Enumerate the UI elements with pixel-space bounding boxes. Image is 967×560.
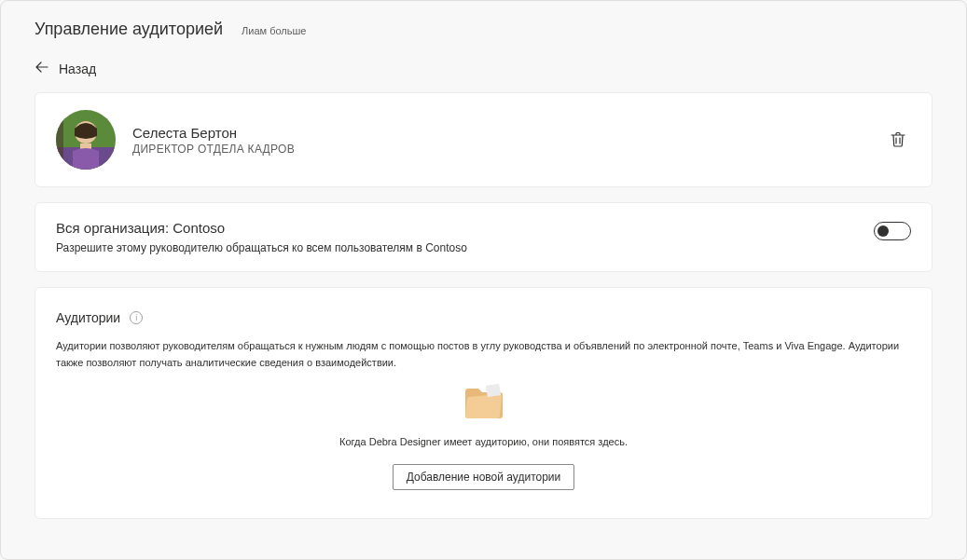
audiences-title: Аудитории bbox=[56, 310, 120, 325]
svg-rect-4 bbox=[56, 110, 63, 170]
profile-role: ДИРЕКТОР ОТДЕЛА КАДРОВ bbox=[132, 143, 295, 156]
profile-card: Селеста Бертон ДИРЕКТОР ОТДЕЛА КАДРОВ bbox=[35, 92, 932, 187]
arrow-left-icon bbox=[35, 60, 49, 77]
back-button[interactable]: Назад bbox=[35, 60, 932, 77]
audiences-description: Аудитории позволяют руководителям обраща… bbox=[56, 338, 911, 371]
page-title: Управление аудиторией bbox=[35, 20, 223, 39]
header-row: Управление аудиторией Лиам больше bbox=[35, 20, 932, 39]
empty-state-text: Когда Debra Designer имеет аудиторию, он… bbox=[339, 436, 628, 447]
add-audience-button[interactable]: Добавление новой аудитории bbox=[393, 464, 575, 490]
avatar bbox=[56, 110, 116, 170]
org-toggle[interactable] bbox=[874, 222, 911, 240]
info-icon[interactable]: i bbox=[130, 311, 143, 324]
delete-button[interactable] bbox=[885, 127, 911, 153]
org-description: Разрешите этому руководителю обращаться … bbox=[56, 241, 467, 254]
organization-card: Вся организация: Contoso Разрешите этому… bbox=[35, 202, 932, 272]
org-title: Вся организация: Contoso bbox=[56, 220, 467, 236]
audiences-card: Аудитории i Аудитории позволяют руководи… bbox=[35, 287, 932, 519]
trash-icon bbox=[889, 130, 907, 149]
header-subtitle: Лиам больше bbox=[242, 25, 306, 36]
empty-state: Когда Debra Designer имеет аудиторию, он… bbox=[56, 380, 911, 490]
toggle-knob bbox=[877, 225, 889, 237]
back-label: Назад bbox=[59, 61, 96, 76]
folder-icon bbox=[460, 380, 508, 425]
profile-name: Селеста Бертон bbox=[132, 125, 295, 141]
